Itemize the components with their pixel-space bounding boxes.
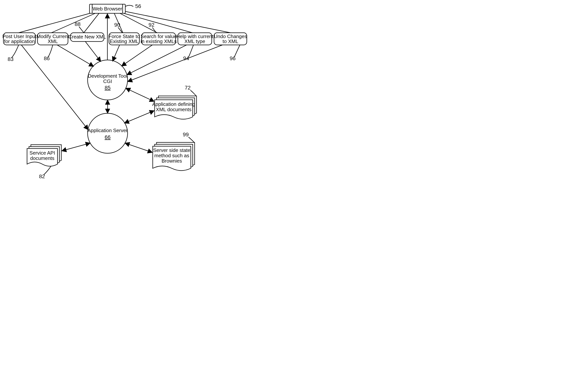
state-line1: Server side state	[153, 147, 190, 153]
ref-82: 82	[39, 173, 45, 179]
arrow-modify-to-cgi	[57, 45, 93, 66]
state-line3: Brownies	[162, 158, 182, 164]
ref-83: 83	[8, 56, 13, 62]
ref-lead-83	[11, 45, 19, 58]
ref-96: 96	[230, 55, 236, 61]
svc-line1: Service API	[30, 150, 55, 156]
undo-line2: to XML	[223, 38, 238, 44]
ref-90: 90	[114, 22, 120, 28]
force-line2: Existing XML	[110, 38, 139, 44]
ref-92: 92	[149, 22, 154, 28]
ref-lead-56	[125, 5, 133, 7]
state-line2: method such as	[154, 153, 189, 159]
arrow-create-to-cgi	[85, 42, 101, 61]
arrow-search-to-cgi	[122, 45, 152, 66]
svg-line-9	[125, 11, 230, 33]
ref-lead-99	[189, 137, 194, 142]
help-line2: XML type	[184, 38, 205, 44]
ref-72: 72	[185, 85, 191, 91]
search-line2: in existing XMLs	[140, 38, 176, 44]
ref-85: 85	[105, 85, 110, 91]
arrow-appserver-xmldocs	[125, 111, 154, 123]
arrow-cgi-xmldocs	[126, 88, 154, 101]
arrow-force-to-cgi	[113, 45, 119, 61]
appxml-line1: Application defining	[152, 101, 195, 107]
arrow-appserver-svcdocs	[62, 143, 90, 151]
ref-lead-72	[190, 90, 196, 96]
ref-lead-88	[79, 27, 84, 33]
ref-lead-92	[152, 27, 157, 33]
cgi-line2: CGI	[103, 78, 112, 84]
arrow-appserver-statedocs	[125, 143, 152, 152]
ref-99: 99	[183, 132, 189, 138]
modify-line2: XML	[48, 38, 58, 44]
ref-88: 88	[75, 21, 81, 27]
appxml-line2: XML documents	[156, 107, 192, 112]
svc-line2: documents	[30, 155, 54, 161]
svg-line-5	[84, 13, 99, 33]
cgi-line1: Development Tool	[88, 73, 127, 79]
ref-56: 56	[135, 3, 141, 9]
post-line2: for application	[4, 38, 35, 44]
svg-line-4	[51, 13, 95, 33]
web-browser-label: Web Browser	[93, 6, 122, 12]
application-server-node	[88, 113, 128, 153]
appserver-line1: Application Server	[88, 127, 128, 133]
ref-86: 86	[44, 55, 50, 61]
ref-66: 66	[105, 134, 110, 140]
arrow-post-to-appserver	[21, 45, 88, 129]
ref-lead-94	[189, 45, 194, 57]
create-line1: Create New XML	[68, 34, 106, 40]
